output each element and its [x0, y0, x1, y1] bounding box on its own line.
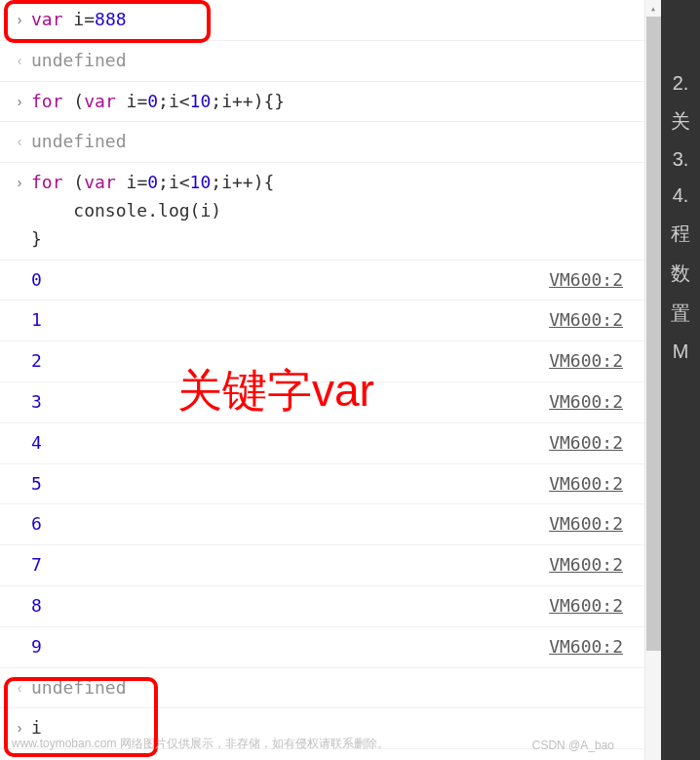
log-marker: [8, 592, 31, 595]
console-line-content: 1: [31, 306, 549, 335]
console-line-content: 4: [31, 429, 549, 458]
sidebar-item[interactable]: 3.: [661, 148, 700, 171]
console-line-content: 9: [31, 633, 549, 661]
sidebar-item[interactable]: 4.: [661, 184, 700, 207]
source-link[interactable]: VM600:2: [549, 306, 641, 335]
console-row: 9VM600:2: [0, 627, 644, 668]
output-marker-icon: ‹: [8, 47, 31, 71]
sidebar-item[interactable]: 数: [661, 260, 700, 287]
console-line-content: 7: [31, 551, 549, 580]
console-line-content: var i=888: [31, 6, 641, 34]
console-line-content: for (var i=0;i<10;i++){}: [31, 88, 641, 116]
source-link[interactable]: VM600:2: [549, 429, 641, 458]
log-marker: [8, 388, 31, 391]
sidebar-item[interactable]: M: [661, 340, 700, 363]
input-marker-icon: ›: [8, 6, 31, 30]
console-row: 6VM600:2: [0, 504, 644, 545]
console-line-content: 8: [31, 592, 549, 620]
sidebar-item[interactable]: 关: [661, 108, 700, 135]
console-line-content: 10: [31, 755, 641, 760]
log-marker: [8, 306, 31, 309]
console-row: 0VM600:2: [0, 260, 644, 301]
console-row: ›for (var i=0;i<10;i++){}: [0, 82, 644, 123]
console-content[interactable]: ›var i=888‹undefined›for (var i=0;i<10;i…: [0, 0, 644, 760]
source-link[interactable]: VM600:2: [549, 388, 641, 417]
source-link[interactable]: VM600:2: [549, 633, 641, 661]
console-line-content: 3: [31, 388, 549, 417]
console-row: 5VM600:2: [0, 464, 644, 505]
output-marker-icon: ‹: [8, 755, 31, 760]
console-row: 8VM600:2: [0, 586, 644, 627]
watermark-left: www.toymoban.com 网络图片仅供展示，非存储，如有侵权请联系删除。: [12, 736, 389, 752]
sidebar-item[interactable]: 置: [661, 300, 700, 327]
console-row: 1VM600:2: [0, 300, 644, 341]
console-line-content: 5: [31, 470, 549, 499]
console-row: 7VM600:2: [0, 545, 644, 586]
log-marker: [8, 551, 31, 554]
console-row: ›var i=888: [0, 0, 644, 41]
input-marker-icon: ›: [8, 169, 31, 193]
source-link[interactable]: VM600:2: [549, 470, 641, 499]
main-container: ›var i=888‹undefined›for (var i=0;i<10;i…: [0, 0, 700, 760]
log-marker: [8, 510, 31, 513]
log-marker: [8, 633, 31, 636]
source-link[interactable]: VM600:2: [549, 510, 641, 539]
console-line-content: for (var i=0;i<10;i++){ console.log(i) }: [31, 169, 641, 253]
log-marker: [8, 470, 31, 473]
source-link[interactable]: VM600:2: [549, 347, 641, 376]
log-marker: [8, 347, 31, 350]
watermark-right: CSDN @A_bao: [532, 739, 614, 752]
log-marker: [8, 429, 31, 432]
scrollbar[interactable]: ▴: [644, 0, 661, 760]
output-marker-icon: ‹: [8, 674, 31, 699]
console-line-content: 2: [31, 347, 549, 376]
input-marker-icon: ›: [8, 88, 31, 112]
console-line-content: undefined: [31, 128, 641, 156]
log-marker: [8, 266, 31, 269]
console-row: 3VM600:2: [0, 382, 644, 423]
output-marker-icon: ‹: [8, 128, 31, 152]
scroll-thumb[interactable]: [646, 17, 661, 651]
console-row: 2VM600:2: [0, 341, 644, 382]
source-link[interactable]: VM600:2: [549, 592, 641, 620]
console-row: 4VM600:2: [0, 423, 644, 464]
console-line-content: 0: [31, 266, 549, 295]
source-link[interactable]: VM600:2: [549, 551, 641, 580]
console-row: ‹undefined: [0, 41, 644, 82]
sidebar-item[interactable]: 程: [661, 220, 700, 247]
console-line-content: undefined: [31, 674, 641, 702]
console-line-content: 6: [31, 510, 549, 539]
console-row: ‹undefined: [0, 668, 644, 709]
source-link[interactable]: VM600:2: [549, 266, 641, 295]
console-pane: ›var i=888‹undefined›for (var i=0;i<10;i…: [0, 0, 661, 760]
console-line-content: undefined: [31, 47, 641, 75]
console-row: ‹undefined: [0, 122, 644, 163]
dark-sidebar: 2.关3.4.程数置M: [661, 0, 700, 760]
sidebar-item[interactable]: 2.: [661, 72, 700, 95]
console-row: ›for (var i=0;i<10;i++){ console.log(i) …: [0, 163, 644, 260]
scroll-arrow-up-icon[interactable]: ▴: [645, 0, 661, 17]
